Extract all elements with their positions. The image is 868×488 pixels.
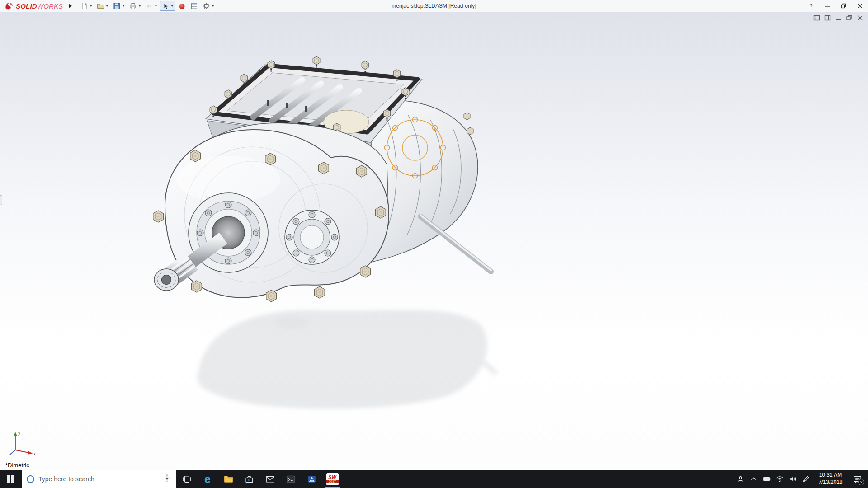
titlebar: SOLIDWORKS — [0, 0, 868, 12]
command-prompt-icon — [286, 474, 296, 484]
gearbox-assembly-model[interactable] — [0, 12, 868, 470]
new-document-button[interactable] — [79, 1, 94, 11]
task-view-button[interactable] — [176, 470, 197, 488]
app-window-controls: ? — [803, 0, 868, 12]
clock-time: 10:31 AM — [812, 472, 849, 479]
select-cursor-icon — [162, 2, 170, 10]
mail-button[interactable] — [259, 470, 280, 488]
doc-close-icon[interactable] — [857, 14, 863, 21]
photos-icon — [307, 474, 317, 484]
search-input[interactable] — [38, 475, 159, 483]
model-reflection — [198, 310, 496, 408]
chevron-down-icon — [122, 5, 125, 7]
restore-button[interactable] — [835, 0, 852, 12]
chevron-down-icon — [212, 5, 214, 7]
evaluate-table-button[interactable] — [189, 1, 200, 11]
chevron-down-icon — [106, 5, 108, 7]
task-view-icon — [182, 474, 192, 484]
store-icon — [244, 474, 255, 484]
photos-button[interactable] — [301, 470, 322, 488]
app-name: SOLIDWORKS — [16, 2, 63, 10]
notification-badge: 2 — [858, 479, 864, 485]
output-shaft — [420, 215, 491, 272]
pane-right-icon[interactable] — [824, 14, 831, 21]
wifi-icon — [775, 474, 784, 483]
close-icon — [857, 3, 863, 9]
open-button[interactable] — [95, 1, 110, 11]
system-tray: 10:31 AM 7/13/2018 2 — [734, 470, 868, 488]
pane-left-icon[interactable] — [813, 14, 820, 21]
view-orientation-label: *Dimetric — [5, 462, 29, 469]
output-port — [285, 210, 339, 264]
triad-y-label: y — [18, 431, 20, 436]
tray-overflow-button[interactable] — [747, 470, 760, 488]
solidworks-icon: SW 2017 — [326, 473, 339, 485]
pen-icon — [802, 474, 811, 483]
pinned-apps: e SW 2017 — [176, 470, 343, 488]
save-button[interactable] — [111, 1, 127, 11]
select-tool-button[interactable] — [160, 1, 175, 11]
doc-restore-icon[interactable] — [846, 14, 853, 21]
action-center-button[interactable]: 2 — [849, 470, 866, 488]
table-icon — [190, 2, 198, 10]
undo-icon — [146, 2, 153, 10]
triad-x-label: x — [33, 451, 36, 456]
print-icon — [129, 2, 137, 10]
file-explorer-icon — [223, 474, 234, 484]
new-document-icon — [80, 2, 88, 10]
options-button[interactable] — [201, 1, 216, 11]
minimize-icon — [825, 3, 830, 9]
appearance-ball-icon — [178, 2, 186, 10]
print-button[interactable] — [127, 1, 143, 11]
restore-icon — [841, 3, 846, 9]
solidworks-logo: SOLIDWORKS — [0, 0, 67, 12]
pen-button[interactable] — [799, 470, 812, 488]
battery-button[interactable] — [760, 470, 773, 488]
volume-button[interactable] — [786, 470, 799, 488]
close-button[interactable] — [852, 0, 868, 12]
taskbar-search[interactable] — [22, 470, 176, 488]
store-button[interactable] — [239, 470, 259, 488]
options-gear-icon — [203, 2, 210, 10]
battery-icon — [762, 474, 771, 483]
speaker-icon — [788, 474, 797, 483]
clock[interactable]: 10:31 AM 7/13/2018 — [812, 472, 849, 486]
open-folder-icon — [97, 2, 104, 10]
doc-minimize-icon[interactable] — [835, 14, 842, 21]
graphics-viewport[interactable]: y x *Dimetric — [0, 12, 868, 470]
minimize-button[interactable] — [819, 0, 835, 12]
edge-icon: e — [204, 474, 211, 485]
windows-taskbar: e SW 2017 — [0, 470, 868, 488]
command-prompt-button[interactable] — [280, 470, 301, 488]
undo-button[interactable] — [144, 1, 159, 11]
appearance-button[interactable] — [176, 1, 188, 11]
reference-triad[interactable]: y x — [6, 429, 38, 458]
windows-logo-icon — [7, 475, 15, 483]
ds-logo-icon — [5, 2, 14, 10]
document-window-controls — [813, 14, 863, 21]
clock-date: 7/13/2018 — [812, 479, 849, 486]
microphone-icon[interactable] — [163, 474, 171, 484]
people-button[interactable] — [734, 470, 747, 488]
toolbar-flyout-button[interactable] — [67, 1, 74, 10]
chevron-down-icon — [138, 5, 141, 7]
cortana-icon — [27, 475, 34, 483]
save-icon — [113, 2, 121, 10]
people-icon — [736, 474, 745, 483]
chevron-down-icon — [90, 5, 92, 7]
network-button[interactable] — [773, 470, 786, 488]
chevron-down-icon — [171, 5, 174, 7]
mail-icon — [265, 474, 275, 484]
chevron-down-icon — [155, 5, 157, 7]
quick-access-toolbar — [79, 1, 216, 11]
solidworks-app-button[interactable]: SW 2017 — [322, 470, 343, 488]
file-explorer-button[interactable] — [218, 470, 239, 488]
start-button[interactable] — [0, 470, 22, 488]
help-button[interactable]: ? — [803, 0, 819, 12]
edge-button[interactable]: e — [197, 470, 218, 488]
chevron-up-icon — [749, 474, 758, 483]
